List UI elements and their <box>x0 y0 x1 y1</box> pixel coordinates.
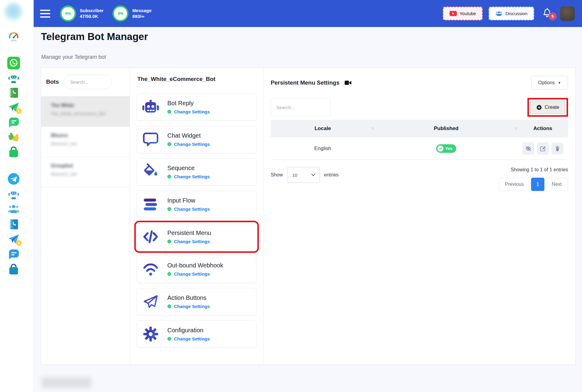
menu-card-configuration[interactable]: Configuration Change Settings <box>137 320 256 348</box>
subscriber-label: Subscriber <box>80 8 103 13</box>
notification-count-badge: 5 <box>549 12 557 20</box>
table-row: English Yes <box>271 137 568 160</box>
edit-button[interactable] <box>537 142 549 155</box>
hide-button[interactable] <box>522 142 534 155</box>
dashboard-gauge-icon[interactable] <box>7 30 20 43</box>
chat-bubble-green-icon[interactable] <box>7 116 20 129</box>
locales-table: Locale ↑↓ Published ↑↓ Actions English <box>271 120 568 160</box>
sort-icon[interactable]: ↑↓ <box>514 126 516 130</box>
show-label: Show <box>271 172 283 178</box>
menu-card-label: Chat Widget <box>167 132 210 139</box>
message-stat: 0% Message 893/∞ <box>112 5 151 22</box>
pagination: Previous 1 Next <box>499 178 568 191</box>
published-cell: Yes <box>375 144 517 153</box>
check-icon <box>437 146 443 152</box>
page-subtitle: Manage your Telegram bot <box>41 54 106 60</box>
subscriber-stat: 0% Subscriber 47/50.0K <box>60 5 103 22</box>
sort-icon[interactable]: ↑↓ <box>371 126 373 130</box>
options-button[interactable]: Options ▼ <box>531 76 568 89</box>
users-blue-icon[interactable] <box>7 203 20 216</box>
discussion-label: Discussion <box>505 11 527 16</box>
top-header-bar: 0% Subscriber 47/50.0K 0% Message 893/∞ … <box>33 0 582 27</box>
status-dot <box>167 304 171 308</box>
bot-list-item[interactable]: Bhuvro bhuvro21_bot <box>41 127 130 157</box>
user-avatar[interactable] <box>560 6 575 21</box>
youtube-label: Youtube <box>460 11 476 16</box>
menu-card-persistent-menu[interactable]: Persistent Menu Change Settings <box>137 223 256 250</box>
hamburger-menu-icon[interactable] <box>40 10 51 18</box>
change-settings-link[interactable]: Change Settings <box>174 239 210 244</box>
menu-card-input-flow[interactable]: Input Flow Change Settings <box>137 191 256 218</box>
published-status-badge: Yes <box>436 144 456 153</box>
bots-panel: Bots The White The_White_eCommerce_Bot B… <box>41 68 130 364</box>
column-header-locale: Locale ↑↓ <box>271 126 375 132</box>
chat-bubble-blue-icon[interactable] <box>7 248 20 261</box>
bot-menu-panel: The_White_eCommerce_Bot <box>130 68 263 364</box>
change-settings-link[interactable]: Change Settings <box>174 142 210 147</box>
blurred-footer-chip <box>42 377 92 388</box>
telegram-bot-manager-page: 1 <box>0 0 582 392</box>
menu-card-label: Out-bound Webhook <box>167 262 223 269</box>
menu-card-label: Bot Reply <box>167 100 210 107</box>
contact-book-blue-icon[interactable] <box>7 218 20 231</box>
whatsapp-icon[interactable] <box>7 56 20 70</box>
menu-search-input[interactable] <box>271 98 330 117</box>
menu-card-label: Input Flow <box>167 197 210 204</box>
video-camera-icon[interactable] <box>344 80 352 86</box>
youtube-icon <box>450 11 457 16</box>
change-settings-link[interactable]: Change Settings <box>174 206 210 212</box>
telegram-icon[interactable] <box>7 172 20 186</box>
paper-plane-icon <box>142 293 159 310</box>
change-settings-link[interactable]: Change Settings <box>174 271 210 276</box>
settings-panel-title: Persistent Menu Settings <box>271 79 340 86</box>
bars-icon <box>142 196 159 213</box>
bots-search-input[interactable] <box>64 75 112 89</box>
paint-bucket-icon <box>142 163 159 181</box>
chevron-down-icon: ▼ <box>558 81 561 85</box>
change-settings-link[interactable]: Change Settings <box>174 304 210 309</box>
robot-green-icon[interactable] <box>7 71 20 85</box>
youtube-button[interactable]: Youtube <box>443 7 483 20</box>
discussion-button[interactable]: Discussion <box>489 7 534 20</box>
menu-card-outbound-webhook[interactable]: Out-bound Webhook Change Settings <box>137 256 256 283</box>
page-title: Telegram Bot Manager <box>41 31 148 42</box>
bots-panel-title: Bots <box>46 79 59 85</box>
wifi-icon <box>142 260 159 278</box>
delete-button[interactable] <box>551 142 564 155</box>
entries-label: entries <box>324 172 339 178</box>
shopping-bag-blue-icon[interactable] <box>7 263 20 276</box>
robot-icon <box>142 98 159 116</box>
code-icon <box>142 228 159 246</box>
app-logo[interactable] <box>4 2 23 22</box>
selected-bot-title: The_White_eCommerce_Bot <box>137 76 256 82</box>
contact-book-green-icon[interactable] <box>7 86 20 99</box>
menu-card-action-buttons[interactable]: Action Buttons Change Settings <box>137 288 256 315</box>
change-settings-link[interactable]: Change Settings <box>174 109 210 114</box>
status-dot <box>167 272 171 276</box>
menu-card-bot-reply[interactable]: Bot Reply Change Settings <box>137 93 256 121</box>
plus-circle-icon <box>536 105 542 110</box>
puzzle-integration-icon[interactable] <box>7 131 20 144</box>
message-label: Message <box>132 8 151 13</box>
previous-page-button[interactable]: Previous <box>499 178 530 191</box>
notification-badge-green-plane: 1 <box>16 108 22 114</box>
change-settings-link[interactable]: Change Settings <box>174 336 210 341</box>
next-page-button[interactable]: Next <box>545 178 568 191</box>
edit-icon <box>540 145 546 152</box>
entries-per-page-select[interactable]: 10 <box>287 167 320 183</box>
chat-bubble-icon <box>142 131 159 148</box>
app-icon-sidebar: 1 <box>0 0 33 392</box>
menu-card-chat-widget[interactable]: Chat Widget Change Settings <box>137 126 256 153</box>
menu-card-sequence[interactable]: Sequence Change Settings <box>137 158 256 186</box>
paper-plane-blue-icon[interactable]: 1 <box>7 233 20 246</box>
change-settings-link[interactable]: Change Settings <box>174 174 210 179</box>
notifications-button[interactable]: 5 <box>542 7 554 20</box>
bot-list-item[interactable]: Groupbot bhuvro21_bot <box>41 157 130 187</box>
chevron-down-icon <box>311 172 315 176</box>
robot-blue-icon[interactable] <box>7 187 20 201</box>
shopping-bag-green-icon[interactable] <box>7 146 20 159</box>
bot-list-item[interactable]: The White The_White_eCommerce_Bot <box>41 96 130 127</box>
page-1-button[interactable]: 1 <box>531 178 544 191</box>
paper-plane-green-icon[interactable]: 1 <box>7 101 20 114</box>
create-button[interactable]: Create <box>530 101 565 114</box>
